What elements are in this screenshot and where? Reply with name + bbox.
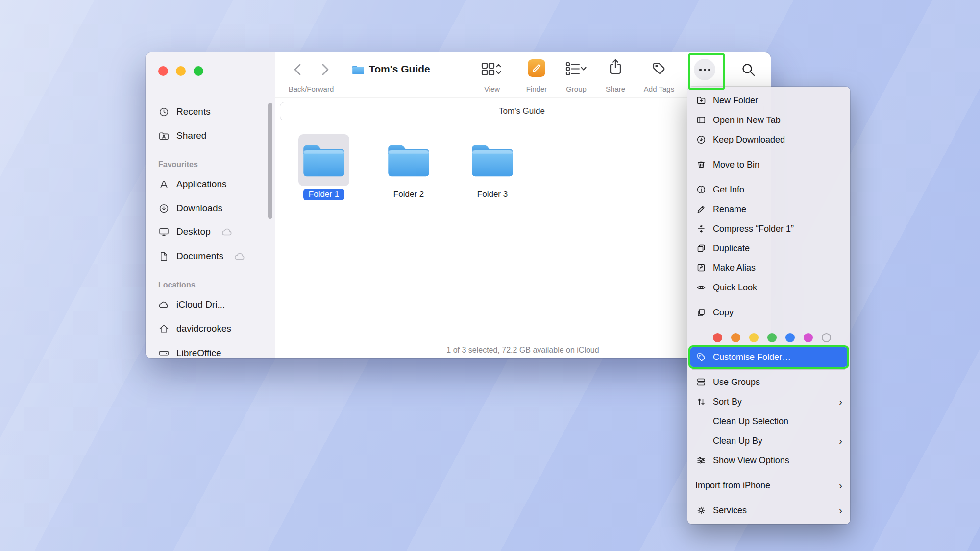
search-button[interactable] — [740, 62, 757, 78]
sidebar-item-downloads[interactable]: Downloads — [157, 197, 267, 219]
eye-icon — [695, 283, 707, 292]
home-icon — [157, 323, 170, 335]
sidebar-item-label: iCloud Dri... — [176, 299, 225, 310]
tag-color-dot[interactable] — [785, 333, 795, 342]
forward-button[interactable] — [318, 60, 332, 79]
status-text: 1 of 3 selected, 72.2 GB available on iC… — [446, 346, 599, 355]
menu-item-sort-by[interactable]: Sort By › — [690, 392, 847, 411]
menu-item-label: Copy — [713, 308, 842, 318]
add-tags-button-label: Add Tags — [639, 85, 679, 93]
sidebar-item-recents[interactable]: Recents — [157, 101, 267, 122]
folder-item-2[interactable]: Folder 2 — [379, 134, 438, 200]
folder-label: Folder 3 — [472, 189, 513, 200]
trash-icon — [695, 160, 707, 169]
tag-colors-row — [713, 333, 831, 342]
view-options-icon — [695, 455, 707, 465]
folder-item-1[interactable]: Folder 1 — [294, 134, 353, 200]
sidebar-item-libreoffice[interactable]: LibreOffice — [157, 342, 267, 358]
menu-item-clean-up-by[interactable]: Clean Up By › — [690, 431, 847, 451]
customise-folder-icon — [695, 352, 707, 362]
menu-item-use-groups[interactable]: Use Groups — [690, 372, 847, 392]
pencil-icon — [531, 62, 542, 74]
menu-item-get-info[interactable]: Get Info — [690, 180, 847, 199]
menu-item-show-view-options[interactable]: Show View Options — [690, 451, 847, 470]
menu-item-clean-up-selection[interactable]: Clean Up Selection — [690, 411, 847, 431]
sidebar-item-home[interactable]: davidcrookes — [157, 318, 267, 339]
menu-separator — [692, 498, 845, 498]
share-button[interactable] — [608, 58, 623, 77]
applications-icon — [157, 179, 170, 190]
copy-icon — [695, 308, 707, 317]
new-folder-icon — [695, 96, 707, 105]
submenu-chevron-icon: › — [839, 480, 842, 490]
menu-item-move-to-bin[interactable]: Move to Bin — [690, 155, 847, 174]
folder-icon — [386, 142, 431, 178]
path-bar-text: Tom's Guide — [499, 106, 545, 116]
sort-icon — [695, 397, 707, 407]
sidebar-item-label: LibreOffice — [176, 348, 221, 358]
menu-separator — [692, 473, 845, 473]
sidebar-item-desktop[interactable]: Desktop — [157, 221, 267, 242]
menu-item-open-in-new-tab[interactable]: Open in New Tab — [690, 110, 847, 130]
zoom-window-button[interactable] — [194, 66, 203, 76]
sidebar-section-favourites: Favourites — [158, 160, 198, 169]
tag-color-dot[interactable] — [804, 333, 813, 342]
menu-item-copy[interactable]: Copy — [690, 303, 847, 322]
sidebar-item-applications[interactable]: Applications — [157, 173, 267, 195]
new-tab-icon — [695, 115, 707, 125]
rename-icon — [695, 204, 707, 214]
finder-button[interactable] — [528, 59, 545, 77]
menu-item-compress[interactable]: Compress “Folder 1” — [690, 219, 847, 239]
folder-item-3[interactable]: Folder 3 — [463, 134, 522, 200]
menu-item-label: Open in New Tab — [713, 115, 842, 125]
minimize-window-button[interactable] — [176, 66, 186, 76]
tag-color-dot[interactable] — [749, 333, 759, 342]
finder-window: Recents Shared Favourites Applications — [146, 52, 771, 358]
sidebar-item-shared[interactable]: Shared — [157, 125, 267, 146]
menu-item-new-folder[interactable]: New Folder — [690, 91, 847, 110]
folder-icon — [470, 142, 515, 178]
back-button[interactable] — [291, 60, 305, 79]
compress-icon — [695, 224, 707, 234]
menu-item-services[interactable]: Services › — [690, 501, 847, 520]
keep-downloaded-icon — [695, 135, 707, 144]
menu-item-label: Rename — [713, 204, 842, 215]
share-button-label: Share — [596, 85, 635, 93]
menu-item-label: Use Groups — [713, 377, 842, 387]
sidebar-item-label: Documents — [176, 251, 223, 262]
menu-item-label: Clean Up By — [713, 436, 833, 446]
folder-label: Folder 2 — [388, 189, 429, 200]
sidebar-scrollbar[interactable] — [268, 103, 272, 219]
cloud-icon — [157, 299, 170, 311]
add-tags-button[interactable] — [651, 61, 667, 76]
close-window-button[interactable] — [158, 66, 168, 76]
submenu-chevron-icon: › — [839, 397, 842, 407]
submenu-chevron-icon: › — [839, 505, 842, 515]
sidebar-item-documents[interactable]: Documents — [157, 245, 267, 267]
menu-item-import-from-iphone[interactable]: Import from iPhone › — [690, 476, 847, 495]
desktop-icon — [157, 226, 170, 238]
context-menu: New Folder Open in New Tab Keep Download… — [687, 87, 850, 524]
tag-color-dot[interactable] — [822, 333, 831, 342]
menu-item-rename[interactable]: Rename — [690, 199, 847, 219]
group-button[interactable] — [565, 61, 587, 76]
menu-item-make-alias[interactable]: Make Alias — [690, 258, 847, 278]
menu-item-quick-look[interactable]: Quick Look — [690, 278, 847, 297]
sidebar-item-label: Applications — [176, 179, 226, 190]
menu-item-customise-folder[interactable]: Customise Folder… — [690, 347, 847, 367]
menu-separator — [692, 152, 845, 152]
tag-color-dot[interactable] — [731, 333, 740, 342]
view-button[interactable] — [481, 61, 502, 77]
menu-item-keep-downloaded[interactable]: Keep Downloaded — [690, 130, 847, 149]
sidebar-item-label: Desktop — [176, 226, 211, 237]
tag-color-dot[interactable] — [713, 333, 722, 342]
group-button-label: Group — [557, 85, 596, 93]
alias-icon — [695, 263, 707, 273]
tag-color-dot[interactable] — [767, 333, 777, 342]
sidebar-item-icloud-drive[interactable]: iCloud Dri... — [157, 294, 267, 315]
menu-item-label: Quick Look — [713, 283, 842, 293]
document-icon — [157, 251, 170, 262]
duplicate-icon — [695, 243, 707, 253]
finder-sidebar: Recents Shared Favourites Applications — [146, 52, 275, 358]
menu-item-duplicate[interactable]: Duplicate — [690, 239, 847, 258]
